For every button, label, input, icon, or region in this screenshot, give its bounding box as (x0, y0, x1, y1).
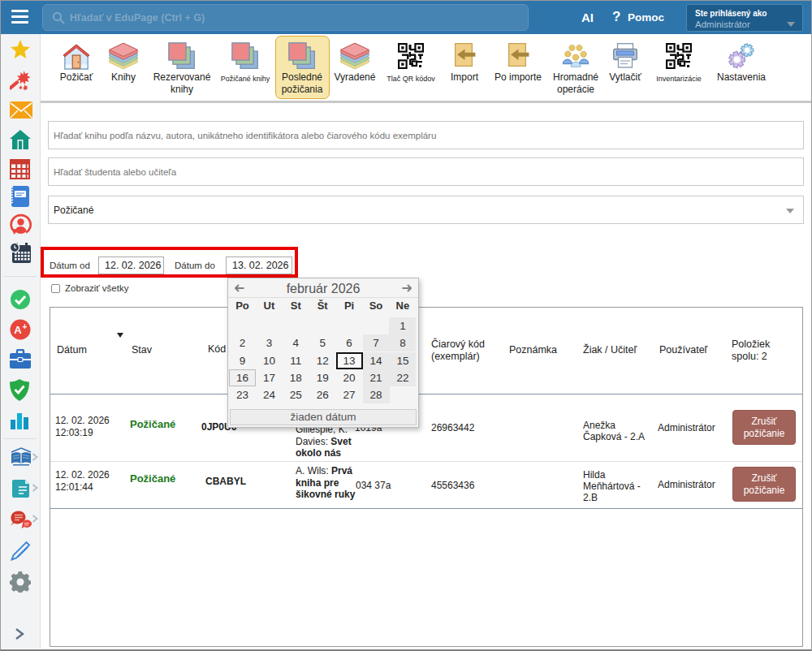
svg-text:+: + (23, 322, 28, 331)
svg-text:A: A (14, 324, 22, 336)
